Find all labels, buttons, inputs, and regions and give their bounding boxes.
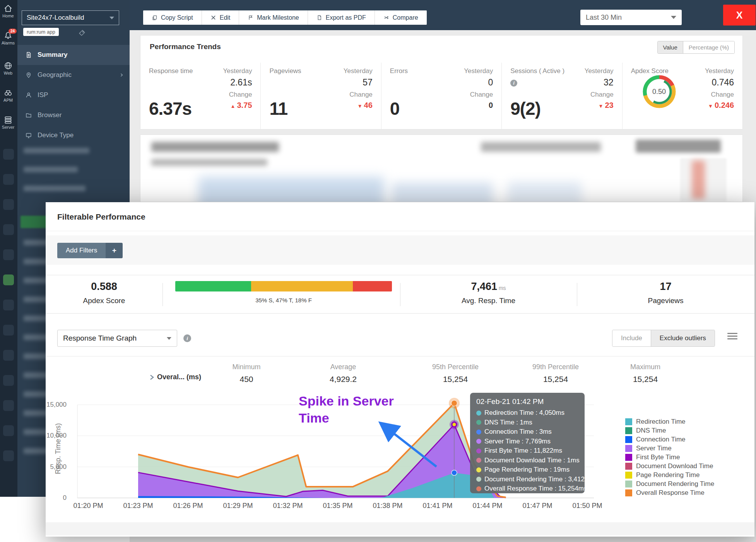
- legend-item[interactable]: Overall Response Time: [625, 488, 714, 497]
- add-filters-button[interactable]: Add Filters +: [57, 243, 123, 258]
- stat-value: 4,929.2: [304, 375, 382, 384]
- export-pdf-button[interactable]: Export as PDF: [308, 10, 375, 25]
- toggle-exclude-outliers[interactable]: Exclude outliers: [651, 330, 715, 346]
- sidebar-item-label: Browser: [38, 111, 62, 119]
- rail-label: Server: [0, 125, 17, 130]
- y-tick-label: 15,000: [46, 401, 67, 409]
- sidebar-item-blurred: [24, 167, 78, 172]
- tooltip-row: First Byte Time : 11,822ms: [476, 446, 578, 456]
- trend-arrow-icon: ▼: [708, 103, 713, 109]
- monitor-select[interactable]: Site24x7-Localbuild: [22, 10, 119, 25]
- rail-item-home[interactable]: Home: [0, 4, 17, 18]
- rail-icon-placeholder[interactable]: [3, 325, 14, 336]
- legend-item[interactable]: First Byte Time: [625, 453, 714, 462]
- rail-icon-placeholder[interactable]: [3, 249, 14, 260]
- stat-value: 15,254: [607, 375, 684, 384]
- metric-value: 6.37s: [149, 98, 192, 119]
- app-tag[interactable]: rum:rum app: [23, 28, 59, 36]
- apdex-donut-value: 0.50: [643, 75, 676, 108]
- y-axis-label: Resp. Time (ms): [54, 410, 62, 487]
- legend-item[interactable]: Document Rendering Time: [625, 479, 714, 488]
- yesterday-label: Yesterday: [223, 67, 252, 75]
- toggle-percentage[interactable]: Percentage (%): [683, 41, 734, 53]
- rail-icon-placeholder[interactable]: [3, 149, 14, 160]
- compare-button[interactable]: Compare: [375, 10, 427, 25]
- sidebar-item-blurred: [24, 148, 89, 153]
- mark-milestone-button[interactable]: Mark Milestone: [239, 10, 308, 25]
- toggle-include[interactable]: Include: [612, 330, 651, 346]
- copy-script-button[interactable]: Copy Script: [143, 10, 202, 25]
- apdex-bar-tolerating: [251, 281, 353, 291]
- apdex-bar-frustrated: [353, 281, 392, 291]
- avg-resp-label: Avg. Resp. Time: [400, 297, 577, 305]
- legend-item[interactable]: Document Download Time: [625, 462, 714, 470]
- folder-icon: [25, 112, 32, 119]
- blurred-controls: [481, 142, 601, 152]
- rail-item-alarms[interactable]: 24 Alarms: [0, 31, 17, 45]
- rail-item-server[interactable]: Server: [0, 115, 17, 130]
- legend-item[interactable]: DNS Time: [625, 426, 714, 435]
- rail-icon-placeholder[interactable]: [3, 224, 14, 235]
- legend-item[interactable]: Page Rendering Time: [625, 470, 714, 479]
- plus-icon: +: [106, 243, 123, 258]
- rail-icon-placeholder[interactable]: [3, 350, 14, 361]
- legend-item[interactable]: Connection Time: [625, 435, 714, 444]
- apdex-label: Apdex Score: [46, 297, 162, 305]
- pageviews-label: Pageviews: [577, 297, 754, 305]
- time-range-select[interactable]: Last 30 Min: [580, 10, 682, 25]
- graph-type-select[interactable]: Response Time Graph: [57, 330, 177, 347]
- edit-button[interactable]: Edit: [202, 10, 239, 25]
- divider: [46, 231, 754, 231]
- metric-apdex: Apdex Score 0.50 Yesterday 0.746 Change …: [622, 63, 742, 129]
- trend-arrow-icon: ▲: [231, 103, 236, 109]
- globe-icon: [3, 61, 13, 70]
- sidebar-item-blurred: [24, 186, 86, 191]
- change-value: ▲3.75: [223, 101, 252, 110]
- rail-icon-placeholder[interactable]: [3, 450, 14, 461]
- rail-icon-placeholder[interactable]: [3, 400, 14, 411]
- series-dot-icon: [476, 411, 481, 416]
- sidebar-item-summary[interactable]: Summary: [17, 45, 130, 65]
- rail-icon-placeholder[interactable]: [3, 425, 14, 436]
- rail-icon-placeholder[interactable]: [3, 199, 14, 210]
- button-label: Mark Milestone: [257, 14, 299, 21]
- sidebar-item-device-type[interactable]: Device Type: [17, 125, 130, 145]
- rail-icon-placeholder[interactable]: [3, 375, 14, 386]
- metric-pageviews: Pageviews 11 Yesterday 57 Change ▼46: [260, 63, 381, 129]
- series-dot-icon: [476, 448, 481, 453]
- menu-icon[interactable]: [727, 333, 737, 341]
- rail-icon-placeholder-active[interactable]: [3, 274, 14, 285]
- change-label: Change: [585, 91, 614, 99]
- info-icon[interactable]: i: [183, 334, 191, 342]
- change-label: Change: [223, 91, 252, 99]
- rail-item-web[interactable]: Web: [0, 61, 17, 75]
- stat-value: 15,254: [417, 375, 494, 384]
- change-label: Change: [705, 91, 734, 99]
- rail-item-apm[interactable]: APM: [0, 88, 17, 102]
- blurred-red-shape: [692, 160, 705, 199]
- legend-item[interactable]: Redirection Time: [625, 417, 714, 426]
- metric-label: Pageviews: [269, 67, 301, 75]
- copy-icon: [152, 15, 157, 20]
- legend-item[interactable]: Server Time: [625, 444, 714, 453]
- chart-tooltip: 02-Feb-21 01:42 PM Redirection Time : 4,…: [470, 393, 585, 493]
- series-row-label[interactable]: Overal... (ms): [149, 373, 201, 381]
- trend-arrow-icon: ▼: [357, 103, 363, 109]
- series-dot-icon: [476, 430, 481, 435]
- close-button[interactable]: X: [723, 5, 756, 26]
- info-icon[interactable]: i: [510, 80, 517, 87]
- tag-icon: [79, 29, 86, 36]
- yesterday-label: Yesterday: [705, 67, 734, 75]
- toggle-value[interactable]: Value: [658, 41, 683, 53]
- rail-label: Alarms: [0, 41, 17, 45]
- blurred-report-panel: [140, 135, 743, 202]
- yesterday-value: 2.61s: [223, 77, 252, 88]
- rail-icon-placeholder[interactable]: [3, 300, 14, 310]
- sidebar-item-browser[interactable]: Browser: [17, 105, 130, 125]
- legend-swatch: [625, 445, 632, 452]
- sidebar-item-isp[interactable]: ISP: [17, 85, 130, 105]
- metric-label: Apdex Score: [631, 67, 669, 75]
- rail-icon-placeholder[interactable]: [3, 174, 14, 185]
- sidebar-item-geographic[interactable]: Geographic: [17, 65, 130, 85]
- sidebar-item-label: Summary: [38, 51, 67, 59]
